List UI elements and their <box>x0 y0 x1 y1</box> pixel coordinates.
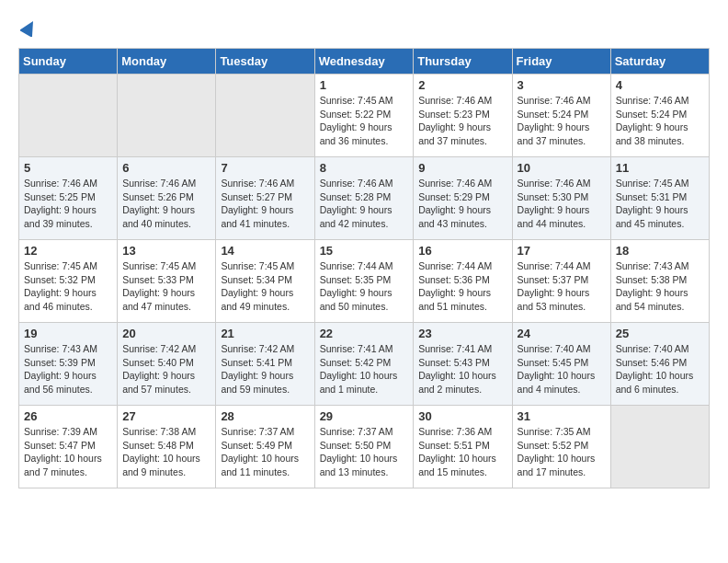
calendar-cell: 25Sunrise: 7:40 AM Sunset: 5:46 PM Dayli… <box>610 323 709 406</box>
day-number: 26 <box>24 409 112 423</box>
day-info: Sunrise: 7:46 AM Sunset: 5:24 PM Dayligh… <box>518 94 606 148</box>
day-info: Sunrise: 7:46 AM Sunset: 5:29 PM Dayligh… <box>418 177 506 231</box>
day-info: Sunrise: 7:46 AM Sunset: 5:26 PM Dayligh… <box>122 177 210 231</box>
calendar-cell: 15Sunrise: 7:44 AM Sunset: 5:35 PM Dayli… <box>314 240 414 323</box>
calendar-week-row: 5Sunrise: 7:46 AM Sunset: 5:25 PM Daylig… <box>19 157 710 240</box>
day-info: Sunrise: 7:43 AM Sunset: 5:38 PM Dayligh… <box>616 259 704 314</box>
day-info: Sunrise: 7:37 AM Sunset: 5:49 PM Dayligh… <box>221 425 309 479</box>
calendar-week-row: 12Sunrise: 7:45 AM Sunset: 5:32 PM Dayli… <box>19 240 710 323</box>
calendar-cell: 31Sunrise: 7:35 AM Sunset: 5:52 PM Dayli… <box>512 406 610 488</box>
calendar-cell: 27Sunrise: 7:38 AM Sunset: 5:48 PM Dayli… <box>118 406 216 488</box>
calendar-cell: 9Sunrise: 7:46 AM Sunset: 5:29 PM Daylig… <box>414 157 512 240</box>
calendar-cell: 22Sunrise: 7:41 AM Sunset: 5:42 PM Dayli… <box>314 323 414 406</box>
calendar-cell: 28Sunrise: 7:37 AM Sunset: 5:49 PM Dayli… <box>216 406 314 488</box>
day-info: Sunrise: 7:45 AM Sunset: 5:31 PM Dayligh… <box>616 177 704 231</box>
calendar-cell: 19Sunrise: 7:43 AM Sunset: 5:39 PM Dayli… <box>19 323 118 406</box>
day-info: Sunrise: 7:45 AM Sunset: 5:34 PM Dayligh… <box>221 259 309 314</box>
calendar-cell: 18Sunrise: 7:43 AM Sunset: 5:38 PM Dayli… <box>610 240 709 323</box>
calendar-cell: 1Sunrise: 7:45 AM Sunset: 5:22 PM Daylig… <box>314 75 414 157</box>
day-number: 15 <box>320 244 409 258</box>
day-info: Sunrise: 7:42 AM Sunset: 5:40 PM Dayligh… <box>122 342 210 396</box>
calendar-cell: 10Sunrise: 7:46 AM Sunset: 5:30 PM Dayli… <box>512 157 610 240</box>
day-number: 14 <box>221 244 309 258</box>
day-number: 28 <box>221 409 309 423</box>
calendar-cell: 7Sunrise: 7:46 AM Sunset: 5:27 PM Daylig… <box>216 157 314 240</box>
day-number: 8 <box>320 161 409 175</box>
calendar-cell <box>19 75 118 157</box>
day-number: 25 <box>616 327 704 340</box>
day-info: Sunrise: 7:35 AM Sunset: 5:52 PM Dayligh… <box>518 425 606 479</box>
day-info: Sunrise: 7:44 AM Sunset: 5:37 PM Dayligh… <box>518 259 606 314</box>
calendar-cell: 30Sunrise: 7:36 AM Sunset: 5:51 PM Dayli… <box>414 406 512 488</box>
day-info: Sunrise: 7:40 AM Sunset: 5:46 PM Dayligh… <box>616 342 704 396</box>
calendar-cell: 17Sunrise: 7:44 AM Sunset: 5:37 PM Dayli… <box>512 240 610 323</box>
calendar-cell: 2Sunrise: 7:46 AM Sunset: 5:23 PM Daylig… <box>414 75 512 157</box>
day-info: Sunrise: 7:45 AM Sunset: 5:33 PM Dayligh… <box>122 259 210 314</box>
day-number: 16 <box>418 244 506 258</box>
calendar-cell: 12Sunrise: 7:45 AM Sunset: 5:32 PM Dayli… <box>19 240 118 323</box>
weekday-header: Wednesday <box>314 49 414 75</box>
day-number: 11 <box>616 161 704 175</box>
day-number: 12 <box>24 244 112 258</box>
calendar-cell: 13Sunrise: 7:45 AM Sunset: 5:33 PM Dayli… <box>118 240 216 323</box>
weekday-header: Saturday <box>610 49 709 75</box>
logo <box>18 18 39 33</box>
calendar-header-row: SundayMondayTuesdayWednesdayThursdayFrid… <box>19 49 710 75</box>
day-info: Sunrise: 7:37 AM Sunset: 5:50 PM Dayligh… <box>320 425 409 479</box>
svg-marker-0 <box>20 18 39 37</box>
page-header <box>18 18 710 33</box>
calendar-cell: 29Sunrise: 7:37 AM Sunset: 5:50 PM Dayli… <box>314 406 414 488</box>
day-info: Sunrise: 7:39 AM Sunset: 5:47 PM Dayligh… <box>24 425 112 479</box>
calendar-cell <box>216 75 314 157</box>
calendar-cell: 8Sunrise: 7:46 AM Sunset: 5:28 PM Daylig… <box>314 157 414 240</box>
logo-icon <box>20 18 39 37</box>
day-number: 3 <box>518 78 606 92</box>
calendar-cell: 14Sunrise: 7:45 AM Sunset: 5:34 PM Dayli… <box>216 240 314 323</box>
calendar-week-row: 1Sunrise: 7:45 AM Sunset: 5:22 PM Daylig… <box>19 75 710 157</box>
day-info: Sunrise: 7:43 AM Sunset: 5:39 PM Dayligh… <box>24 342 112 396</box>
day-info: Sunrise: 7:40 AM Sunset: 5:45 PM Dayligh… <box>518 342 606 396</box>
weekday-header: Friday <box>512 49 610 75</box>
day-number: 2 <box>418 78 506 92</box>
calendar-cell <box>610 406 709 488</box>
calendar-cell: 20Sunrise: 7:42 AM Sunset: 5:40 PM Dayli… <box>118 323 216 406</box>
day-number: 19 <box>24 327 112 340</box>
weekday-header: Monday <box>118 49 216 75</box>
day-number: 17 <box>518 244 606 258</box>
day-number: 21 <box>221 327 309 340</box>
day-number: 10 <box>518 161 606 175</box>
day-info: Sunrise: 7:44 AM Sunset: 5:36 PM Dayligh… <box>418 259 506 314</box>
calendar-cell: 5Sunrise: 7:46 AM Sunset: 5:25 PM Daylig… <box>19 157 118 240</box>
weekday-header: Thursday <box>414 49 512 75</box>
day-info: Sunrise: 7:41 AM Sunset: 5:43 PM Dayligh… <box>418 342 506 396</box>
calendar-week-row: 19Sunrise: 7:43 AM Sunset: 5:39 PM Dayli… <box>19 323 710 406</box>
day-info: Sunrise: 7:46 AM Sunset: 5:28 PM Dayligh… <box>320 177 409 231</box>
day-info: Sunrise: 7:45 AM Sunset: 5:32 PM Dayligh… <box>24 259 112 314</box>
day-number: 30 <box>418 409 506 423</box>
calendar-cell: 6Sunrise: 7:46 AM Sunset: 5:26 PM Daylig… <box>118 157 216 240</box>
day-number: 18 <box>616 244 704 258</box>
weekday-header: Sunday <box>19 49 118 75</box>
weekday-header: Tuesday <box>216 49 314 75</box>
calendar-cell: 4Sunrise: 7:46 AM Sunset: 5:24 PM Daylig… <box>610 75 709 157</box>
calendar-cell: 16Sunrise: 7:44 AM Sunset: 5:36 PM Dayli… <box>414 240 512 323</box>
day-info: Sunrise: 7:41 AM Sunset: 5:42 PM Dayligh… <box>320 342 409 396</box>
calendar-cell: 11Sunrise: 7:45 AM Sunset: 5:31 PM Dayli… <box>610 157 709 240</box>
calendar-table: SundayMondayTuesdayWednesdayThursdayFrid… <box>18 48 710 488</box>
calendar-cell: 24Sunrise: 7:40 AM Sunset: 5:45 PM Dayli… <box>512 323 610 406</box>
day-info: Sunrise: 7:46 AM Sunset: 5:23 PM Dayligh… <box>418 94 506 148</box>
day-info: Sunrise: 7:46 AM Sunset: 5:25 PM Dayligh… <box>24 177 112 231</box>
day-number: 1 <box>320 78 409 92</box>
day-number: 4 <box>616 78 704 92</box>
day-info: Sunrise: 7:45 AM Sunset: 5:22 PM Dayligh… <box>320 94 409 148</box>
day-number: 13 <box>122 244 210 258</box>
calendar-cell: 23Sunrise: 7:41 AM Sunset: 5:43 PM Dayli… <box>414 323 512 406</box>
day-info: Sunrise: 7:42 AM Sunset: 5:41 PM Dayligh… <box>221 342 309 396</box>
day-info: Sunrise: 7:46 AM Sunset: 5:30 PM Dayligh… <box>518 177 606 231</box>
calendar-week-row: 26Sunrise: 7:39 AM Sunset: 5:47 PM Dayli… <box>19 406 710 488</box>
day-number: 27 <box>122 409 210 423</box>
calendar-cell: 3Sunrise: 7:46 AM Sunset: 5:24 PM Daylig… <box>512 75 610 157</box>
day-info: Sunrise: 7:46 AM Sunset: 5:24 PM Dayligh… <box>616 94 704 148</box>
day-number: 5 <box>24 161 112 175</box>
day-number: 29 <box>320 409 409 423</box>
